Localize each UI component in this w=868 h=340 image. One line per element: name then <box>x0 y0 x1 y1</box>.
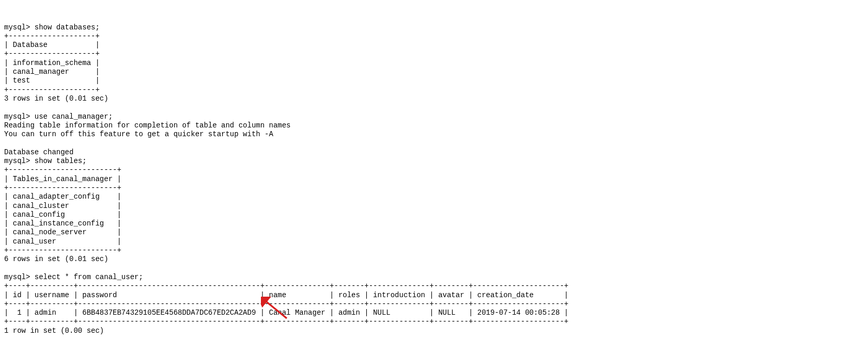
table-separator: +----+----------+-----------------------… <box>4 317 568 326</box>
table-row: | canal_instance_config | <box>4 219 121 228</box>
table-row: | canal_manager | <box>4 68 100 76</box>
table-separator: +----+----------+-----------------------… <box>4 282 568 290</box>
mysql-prompt: mysql> <box>4 23 35 31</box>
table-header: | id | username | password | name | role… <box>4 291 568 299</box>
info-message: Database changed <box>4 148 73 156</box>
table-row: | canal_adapter_config | <box>4 192 121 201</box>
mysql-prompt: mysql> <box>4 273 35 281</box>
row-summary: 1 row in set (0.00 sec) <box>4 327 104 335</box>
table-separator: +--------------------+ <box>4 86 100 94</box>
table-separator: +----+----------+-----------------------… <box>4 300 568 308</box>
table-row: | test | <box>4 76 100 85</box>
table-separator: +--------------------+ <box>4 50 100 58</box>
row-summary: 3 rows in set (0.01 sec) <box>4 94 109 103</box>
command-show-tables: show tables; <box>35 157 87 165</box>
command-select-user: select * from canal_user; <box>35 273 143 281</box>
table-row: | information_schema | <box>4 59 100 67</box>
table-separator: +-------------------------+ <box>4 166 121 174</box>
table-header: | Database | <box>4 41 100 49</box>
table-row: | canal_node_server | <box>4 228 121 236</box>
command-use-db: use canal_manager; <box>35 112 113 121</box>
mysql-prompt: mysql> <box>4 112 35 121</box>
command-show-databases: show databases; <box>35 23 100 31</box>
table-row: | canal_config | <box>4 211 121 219</box>
table-separator: +-------------------------+ <box>4 246 121 254</box>
terminal-output: mysql> show databases; +----------------… <box>4 23 864 335</box>
info-message: You can turn off this feature to get a q… <box>4 130 273 138</box>
info-message: Reading table information for completion… <box>4 121 291 129</box>
table-row: | canal_user | <box>4 237 121 246</box>
row-summary: 6 rows in set (0.01 sec) <box>4 255 109 263</box>
table-separator: +--------------------+ <box>4 32 100 40</box>
mysql-prompt: mysql> <box>4 157 35 165</box>
table-separator: +-------------------------+ <box>4 184 121 192</box>
table-row: | canal_cluster | <box>4 202 121 210</box>
table-row: | 1 | admin | 6BB4837EB74329105EE4568DDA… <box>4 309 568 317</box>
table-header: | Tables_in_canal_manager | <box>4 175 121 183</box>
